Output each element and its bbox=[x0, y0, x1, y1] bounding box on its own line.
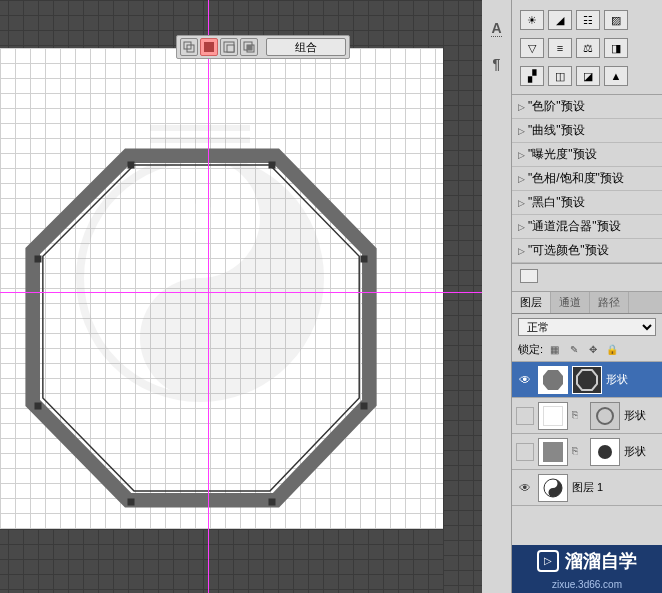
triangle-right-icon: ▷ bbox=[518, 150, 528, 160]
vector-mask-thumbnail[interactable] bbox=[590, 402, 620, 430]
triangle-right-icon: ▷ bbox=[518, 102, 528, 112]
path-op-subtract[interactable] bbox=[220, 38, 238, 56]
layer-thumbnail[interactable] bbox=[538, 402, 568, 430]
path-operations-toolbar: 组合 bbox=[176, 35, 350, 59]
panel-tabs: 图层 通道 路径 bbox=[512, 292, 662, 314]
right-panels-stack: ☀ ◢ ☷ ▨ ▽ ≡ ⚖ ◨ ▞ ◫ ◪ ▲ ▷"色阶"预设 ▷"曲线"预设 … bbox=[512, 0, 662, 593]
watermark: ▷ 溜溜自学 zixue.3d66.com bbox=[512, 545, 662, 593]
anchor-point[interactable] bbox=[35, 403, 42, 410]
preset-exposure[interactable]: ▷"曝光度"预设 bbox=[512, 143, 662, 167]
side-panels: A ¶ ☀ ◢ ☷ ▨ ▽ ≡ ⚖ ◨ ▞ ◫ ◪ ▲ bbox=[482, 0, 662, 593]
triangle-right-icon: ▷ bbox=[518, 174, 528, 184]
visibility-off[interactable] bbox=[516, 443, 534, 461]
link-icon[interactable]: ⎘ bbox=[572, 445, 586, 459]
triangle-right-icon: ▷ bbox=[518, 198, 528, 208]
levels-icon[interactable]: ◢ bbox=[548, 10, 572, 30]
lock-all-icon[interactable]: 🔒 bbox=[604, 343, 619, 357]
layer-thumbnail[interactable] bbox=[538, 438, 568, 466]
curves-icon[interactable]: ☷ bbox=[576, 10, 600, 30]
posterize-icon[interactable]: ▲ bbox=[604, 66, 628, 86]
combine-button[interactable]: 组合 bbox=[266, 38, 346, 56]
preset-hue-sat[interactable]: ▷"色相/饱和度"预设 bbox=[512, 167, 662, 191]
anchor-point[interactable] bbox=[361, 403, 368, 410]
tab-channels[interactable]: 通道 bbox=[551, 292, 590, 313]
new-adjustment-icon[interactable] bbox=[520, 269, 538, 283]
grid-dark-right bbox=[443, 0, 482, 593]
brightness-contrast-icon[interactable]: ☀ bbox=[520, 10, 544, 30]
watermark-url: zixue.3d66.com bbox=[552, 579, 622, 590]
path-op-new-layer[interactable] bbox=[180, 38, 198, 56]
watermark-text: 溜溜自学 bbox=[565, 549, 637, 573]
layer-name[interactable]: 形状 bbox=[624, 408, 646, 423]
paragraph-panel-icon[interactable]: ¶ bbox=[487, 54, 507, 74]
guide-vertical[interactable] bbox=[208, 0, 209, 593]
photo-filter-icon[interactable]: ▞ bbox=[520, 66, 544, 86]
blend-mode-select[interactable]: 正常 bbox=[518, 318, 656, 336]
layer-row[interactable]: ⎘ 形状 bbox=[512, 398, 662, 434]
canvas[interactable] bbox=[0, 48, 443, 529]
grid-dark-bottom bbox=[0, 529, 482, 593]
layer-thumbnail[interactable] bbox=[538, 366, 568, 394]
layer-row[interactable]: 👁 图层 1 bbox=[512, 470, 662, 506]
vector-mask-thumbnail[interactable] bbox=[572, 366, 602, 394]
blend-mode-row: 正常 bbox=[512, 314, 662, 340]
layer-name[interactable]: 形状 bbox=[624, 444, 646, 459]
type-panel-icon[interactable]: A bbox=[487, 18, 507, 38]
svg-rect-12 bbox=[227, 45, 234, 52]
svg-point-19 bbox=[598, 445, 612, 459]
svg-rect-10 bbox=[204, 42, 214, 52]
anchor-point[interactable] bbox=[35, 256, 42, 263]
svg-marker-17 bbox=[577, 370, 597, 390]
path-op-intersect[interactable] bbox=[240, 38, 258, 56]
vibrance-icon[interactable]: ▽ bbox=[520, 38, 544, 58]
adjustment-footer bbox=[512, 264, 662, 292]
preset-levels[interactable]: ▷"色阶"预设 bbox=[512, 95, 662, 119]
path-op-add[interactable] bbox=[200, 38, 218, 56]
preset-curves[interactable]: ▷"曲线"预设 bbox=[512, 119, 662, 143]
lock-label: 锁定: bbox=[518, 342, 543, 357]
triangle-right-icon: ▷ bbox=[518, 246, 528, 256]
layer-name[interactable]: 形状 bbox=[606, 372, 628, 387]
presets-list: ▷"色阶"预设 ▷"曲线"预设 ▷"曝光度"预设 ▷"色相/饱和度"预设 ▷"黑… bbox=[512, 95, 662, 264]
lock-pixel-icon[interactable]: ✎ bbox=[566, 343, 581, 357]
octagon-path[interactable] bbox=[38, 165, 366, 493]
svg-point-18 bbox=[597, 408, 613, 424]
layer-row[interactable]: ⎘ 形状 bbox=[512, 434, 662, 470]
lock-row: 锁定: ▦ ✎ ✥ 🔒 bbox=[512, 340, 662, 362]
anchor-point[interactable] bbox=[128, 499, 135, 506]
svg-marker-7 bbox=[43, 165, 359, 491]
anchor-point[interactable] bbox=[269, 499, 276, 506]
visibility-off[interactable] bbox=[516, 407, 534, 425]
svg-rect-15 bbox=[247, 45, 252, 50]
play-icon: ▷ bbox=[537, 550, 559, 572]
preset-black-white[interactable]: ▷"黑白"预设 bbox=[512, 191, 662, 215]
visibility-icon[interactable]: 👁 bbox=[516, 371, 534, 389]
tab-paths[interactable]: 路径 bbox=[590, 292, 629, 313]
canvas-area[interactable]: 组合 bbox=[0, 0, 482, 593]
collapsed-panel-strip: A ¶ bbox=[482, 0, 512, 593]
anchor-point[interactable] bbox=[269, 162, 276, 169]
lock-transparent-icon[interactable]: ▦ bbox=[547, 343, 562, 357]
link-icon[interactable]: ⎘ bbox=[572, 409, 586, 423]
layer-thumbnail[interactable] bbox=[538, 474, 568, 502]
channel-mixer-icon[interactable]: ◫ bbox=[548, 66, 572, 86]
triangle-right-icon: ▷ bbox=[518, 222, 528, 232]
invert-icon[interactable]: ◪ bbox=[576, 66, 600, 86]
vector-mask-thumbnail[interactable] bbox=[590, 438, 620, 466]
hue-sat-icon[interactable]: ≡ bbox=[548, 38, 572, 58]
layer-name[interactable]: 图层 1 bbox=[572, 480, 603, 495]
tab-layers[interactable]: 图层 bbox=[512, 292, 551, 313]
guide-horizontal[interactable] bbox=[0, 292, 482, 293]
preset-channel-mixer[interactable]: ▷"通道混合器"预设 bbox=[512, 215, 662, 239]
lock-position-icon[interactable]: ✥ bbox=[585, 343, 600, 357]
exposure-icon[interactable]: ▨ bbox=[604, 10, 628, 30]
black-white-icon[interactable]: ◨ bbox=[604, 38, 628, 58]
layer-row[interactable]: 👁 形状 bbox=[512, 362, 662, 398]
anchor-point[interactable] bbox=[128, 162, 135, 169]
adjustments-panel: ☀ ◢ ☷ ▨ ▽ ≡ ⚖ ◨ ▞ ◫ ◪ ▲ bbox=[512, 0, 662, 95]
anchor-point[interactable] bbox=[361, 256, 368, 263]
triangle-right-icon: ▷ bbox=[518, 126, 528, 136]
color-balance-icon[interactable]: ⚖ bbox=[576, 38, 600, 58]
visibility-icon[interactable]: 👁 bbox=[516, 479, 534, 497]
preset-selective-color[interactable]: ▷"可选颜色"预设 bbox=[512, 239, 662, 263]
